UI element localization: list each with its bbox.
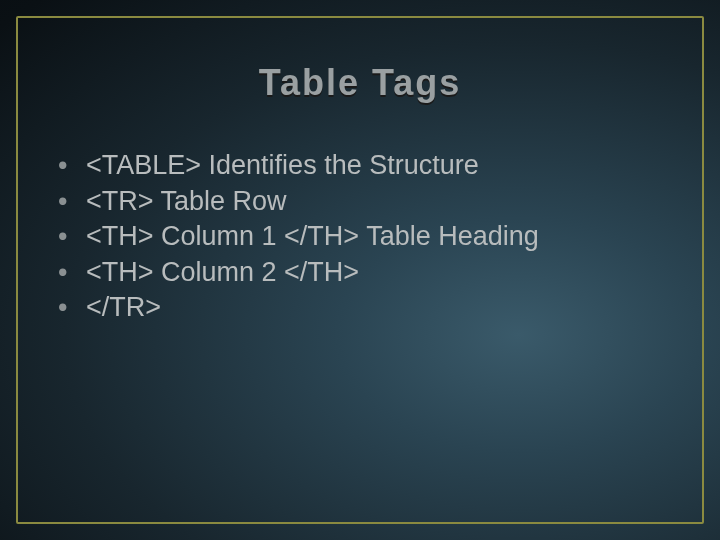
bullet-item: <TH> Column 2 </TH> <box>58 255 668 290</box>
bullet-list: <TABLE> Identifies the Structure <TR> Ta… <box>12 148 708 325</box>
bullet-item: <TH> Column 1 </TH> Table Heading <box>58 219 668 254</box>
slide: Table Tags Table Tags <TABLE> Identifies… <box>0 0 720 540</box>
bullet-item: </TR> <box>58 290 668 325</box>
bullet-item: <TABLE> Identifies the Structure <box>58 148 668 183</box>
bullet-item: <TR> Table Row <box>58 184 668 219</box>
slide-content: Table Tags Table Tags <TABLE> Identifies… <box>12 12 708 528</box>
title-text: Table Tags <box>12 62 708 104</box>
slide-title: Table Tags Table Tags <box>12 64 708 106</box>
